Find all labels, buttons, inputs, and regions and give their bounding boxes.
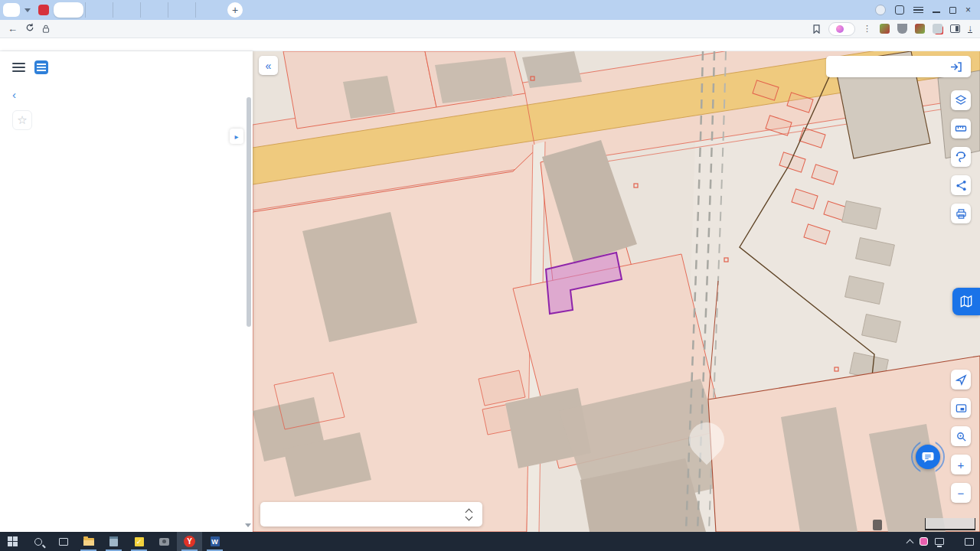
scroll-down-icon[interactable] <box>245 523 251 527</box>
bookmarks-bar <box>0 38 980 51</box>
search-icon <box>34 538 42 546</box>
tab-favicon <box>119 6 128 15</box>
tab-tehnoshemy[interactable] <box>85 2 111 18</box>
browser-tab-bar: + × <box>0 0 980 20</box>
hamburger-menu-icon[interactable] <box>12 63 25 72</box>
tab-favicon <box>92 6 100 15</box>
search-coordinates-button[interactable] <box>951 426 971 446</box>
app-document-button[interactable] <box>101 532 126 551</box>
tray-app-icon[interactable] <box>920 537 928 546</box>
cadastral-basemap <box>253 51 980 532</box>
folded-map-icon <box>959 294 974 309</box>
portal-logo-icon[interactable] <box>34 60 48 74</box>
legend-bar[interactable] <box>260 502 482 527</box>
back-icon[interactable]: ← <box>8 23 18 34</box>
ruler-icon <box>955 122 967 135</box>
camera-icon <box>159 538 169 546</box>
chevron-left-icon: ‹ <box>12 88 16 101</box>
tab-nspd[interactable] <box>54 2 83 18</box>
print-icon <box>956 208 967 220</box>
zoom-in-button[interactable]: + <box>951 455 971 474</box>
expand-collapse-icon <box>466 510 472 520</box>
extension-icon-2[interactable] <box>897 24 907 34</box>
profile-avatar[interactable] <box>875 5 886 15</box>
folder-icon <box>83 538 94 546</box>
share-icon <box>956 180 967 191</box>
tab-notifications[interactable] <box>168 2 194 18</box>
share-button[interactable] <box>951 175 971 195</box>
notification-center-icon[interactable] <box>965 538 974 546</box>
info-tabs: ▸ <box>12 139 253 145</box>
support-chat-button[interactable] <box>916 445 940 469</box>
collections-icon[interactable] <box>895 5 904 15</box>
tab-favicon <box>175 6 183 15</box>
sidebar-scrollbar[interactable] <box>247 97 251 327</box>
lock-icon <box>42 24 50 33</box>
extension-icon-3[interactable] <box>915 24 925 34</box>
my-location-button[interactable] <box>951 370 971 390</box>
task-view-button[interactable] <box>51 532 76 551</box>
extension-icon-4[interactable] <box>933 24 942 34</box>
file-explorer-button[interactable] <box>76 532 101 551</box>
windows-logo-icon <box>8 536 18 546</box>
yandex-browser-button[interactable]: Y <box>177 532 202 551</box>
network-icon[interactable] <box>935 538 944 545</box>
back-to-results-link[interactable]: ‹ <box>12 88 253 101</box>
scale-bar <box>925 518 975 530</box>
downloads-icon[interactable]: ↓ <box>968 24 972 33</box>
map-attribution <box>873 520 882 530</box>
sidebar-panel-icon[interactable] <box>950 24 960 33</box>
map-canvas[interactable]: « <box>253 51 980 532</box>
collapse-panel-button[interactable]: « <box>259 56 278 75</box>
reload-icon[interactable] <box>25 23 34 34</box>
bookmark-icon[interactable] <box>812 24 821 34</box>
ask-alice-button[interactable] <box>828 22 855 36</box>
tab-list-chevron-icon[interactable] <box>21 3 34 17</box>
zoom-out-button[interactable]: − <box>951 483 971 503</box>
layers-button[interactable] <box>951 90 971 110</box>
layers-icon <box>955 94 967 106</box>
basemap-panel-button[interactable] <box>952 288 980 315</box>
yandex-browser-icon: Y <box>184 536 195 547</box>
task-view-icon <box>59 538 68 546</box>
lasso-select-button[interactable] <box>951 147 971 167</box>
tab-registry[interactable] <box>195 2 221 18</box>
new-tab-button[interactable]: + <box>227 2 243 18</box>
navigate-arrow-icon <box>956 374 967 386</box>
object-info-panel: ‹ ☆ ▸ <box>0 51 253 532</box>
word-app-button[interactable]: W <box>202 532 227 551</box>
pinned-tab-icon[interactable] <box>38 5 49 15</box>
lasso-icon <box>955 151 967 163</box>
url-field[interactable] <box>42 24 54 33</box>
browser-menu-icon[interactable] <box>913 7 923 14</box>
login-icon <box>950 62 962 72</box>
login-bar[interactable] <box>826 56 971 77</box>
extension-icon-1[interactable] <box>880 24 890 34</box>
search-location-icon <box>956 431 967 442</box>
measure-button[interactable] <box>951 119 971 139</box>
tabs-scroll-right-icon[interactable]: ▸ <box>230 129 243 144</box>
nspd-favicon <box>60 6 68 15</box>
attribute-list <box>12 156 253 491</box>
sticky-note-icon: ✓ <box>135 537 144 546</box>
tab-favicon <box>202 6 211 15</box>
photos-app-button[interactable] <box>152 532 177 551</box>
tab-mail[interactable] <box>140 2 166 18</box>
restore-icon[interactable] <box>949 7 956 14</box>
favorite-button[interactable]: ☆ <box>12 110 32 130</box>
minimize-icon[interactable] <box>933 11 940 13</box>
print-button[interactable] <box>951 204 971 223</box>
tray-expand-icon[interactable] <box>906 539 914 546</box>
taskbar-search-button[interactable] <box>25 532 51 551</box>
tab-document[interactable] <box>113 2 139 18</box>
more-options-icon[interactable]: ⋮ <box>863 24 872 34</box>
overview-map-button[interactable] <box>951 398 971 418</box>
alice-icon <box>836 25 844 33</box>
word-icon: W <box>211 536 220 546</box>
close-icon[interactable]: × <box>965 5 971 15</box>
star-icon: ☆ <box>17 113 27 127</box>
sticky-notes-button[interactable]: ✓ <box>126 532 152 551</box>
windows-taskbar: ✓ Y W <box>0 532 980 551</box>
tab-counter[interactable] <box>3 3 20 17</box>
start-button[interactable] <box>0 532 25 551</box>
